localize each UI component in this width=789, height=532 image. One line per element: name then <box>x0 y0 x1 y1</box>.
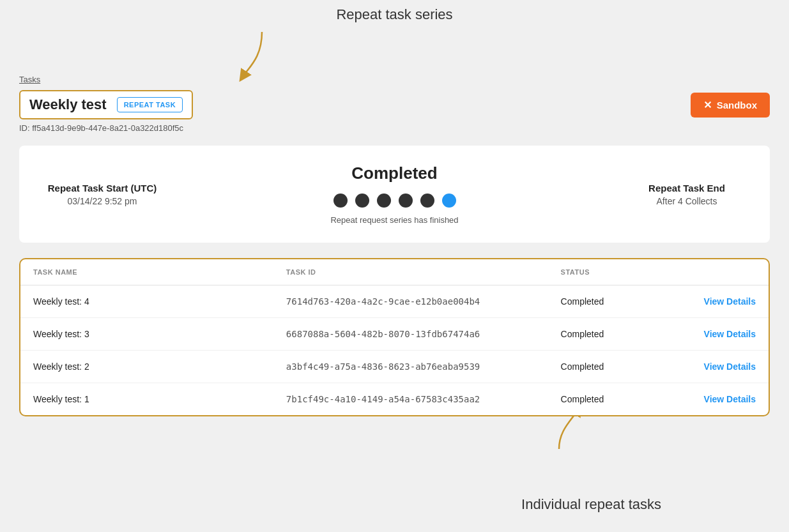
col-header-status: STATUS <box>561 268 670 276</box>
row-status: Completed <box>561 329 670 339</box>
view-details-link[interactable]: View Details <box>704 394 756 404</box>
page-title: Weekly test <box>29 96 107 113</box>
table-row: Weekly test: 1 7b1cf49c-4a10-4149-a54a-6… <box>20 383 769 415</box>
end-value: After 4 Collects <box>629 196 744 206</box>
table-body: Weekly test: 4 7614d763-420a-4a2c-9cae-e… <box>20 285 769 415</box>
row-action[interactable]: View Details <box>669 361 756 372</box>
row-task-id: 7b1cf49c-4a10-4149-a54a-67583c435aa2 <box>286 394 561 404</box>
row-task-name: Weekly test: 2 <box>33 361 286 372</box>
dot-2 <box>355 194 369 208</box>
start-label: Repeat Task Start (UTC) <box>45 183 160 194</box>
row-task-name: Weekly test: 3 <box>33 329 286 339</box>
end-label: Repeat Task End <box>629 183 744 194</box>
dot-3 <box>377 194 391 208</box>
row-action[interactable]: View Details <box>669 296 756 307</box>
breadcrumb[interactable]: Tasks <box>19 73 770 85</box>
table-header: TASK NAME TASK ID STATUS <box>20 259 769 285</box>
dot-6 <box>442 194 456 208</box>
col-header-task-id: TASK ID <box>286 268 561 276</box>
row-task-name: Weekly test: 4 <box>33 296 286 307</box>
tasks-table: TASK NAME TASK ID STATUS Weekly test: 4 … <box>19 258 770 416</box>
row-task-id: a3bf4c49-a75a-4836-8623-ab76eaba9539 <box>286 361 561 372</box>
table-row: Weekly test: 2 a3bf4c49-a75a-4836-8623-a… <box>20 351 769 383</box>
status-subtitle: Repeat request series has finished <box>160 215 629 225</box>
task-id: ID: ff5a413d-9e9b-447e-8a21-0a322d180f5c <box>19 123 770 133</box>
start-value: 03/14/22 9:52 pm <box>45 196 160 206</box>
view-details-link[interactable]: View Details <box>704 361 756 372</box>
title-section: Weekly test REPEAT TASK <box>19 90 193 119</box>
table-row: Weekly test: 4 7614d763-420a-4a2c-9cae-e… <box>20 285 769 318</box>
start-section: Repeat Task Start (UTC) 03/14/22 9:52 pm <box>45 183 160 206</box>
table-row: Weekly test: 3 6687088a-5604-482b-8070-1… <box>20 318 769 351</box>
col-header-action <box>669 268 756 276</box>
sandbox-icon: ✕ <box>703 99 712 111</box>
dots-row <box>160 194 629 208</box>
row-task-name: Weekly test: 1 <box>33 394 286 404</box>
row-task-id: 6687088a-5604-482b-8070-13fdb67474a6 <box>286 329 561 339</box>
row-status: Completed <box>561 361 670 372</box>
end-section: Repeat Task End After 4 Collects <box>629 183 744 206</box>
annotation-top-label: Repeat task series <box>336 6 452 23</box>
status-center: Completed Repeat request series has fini… <box>160 163 629 225</box>
view-details-link[interactable]: View Details <box>704 329 756 339</box>
status-card: Repeat Task Start (UTC) 03/14/22 9:52 pm… <box>19 146 770 243</box>
col-header-task-name: TASK NAME <box>33 268 286 276</box>
dot-1 <box>333 194 348 208</box>
sandbox-button[interactable]: ✕ Sandbox <box>691 93 770 118</box>
dot-5 <box>420 194 434 208</box>
breadcrumb-tasks-link[interactable]: Tasks <box>19 75 40 84</box>
view-details-link[interactable]: View Details <box>704 296 756 307</box>
row-action[interactable]: View Details <box>669 393 756 405</box>
dot-4 <box>399 194 413 208</box>
row-status: Completed <box>561 394 670 404</box>
repeat-task-button[interactable]: REPEAT TASK <box>117 97 183 112</box>
row-action[interactable]: View Details <box>669 328 756 340</box>
row-status: Completed <box>561 296 670 307</box>
completed-label: Completed <box>160 163 629 183</box>
row-task-id: 7614d763-420a-4a2c-9cae-e12b0ae004b4 <box>286 296 561 307</box>
